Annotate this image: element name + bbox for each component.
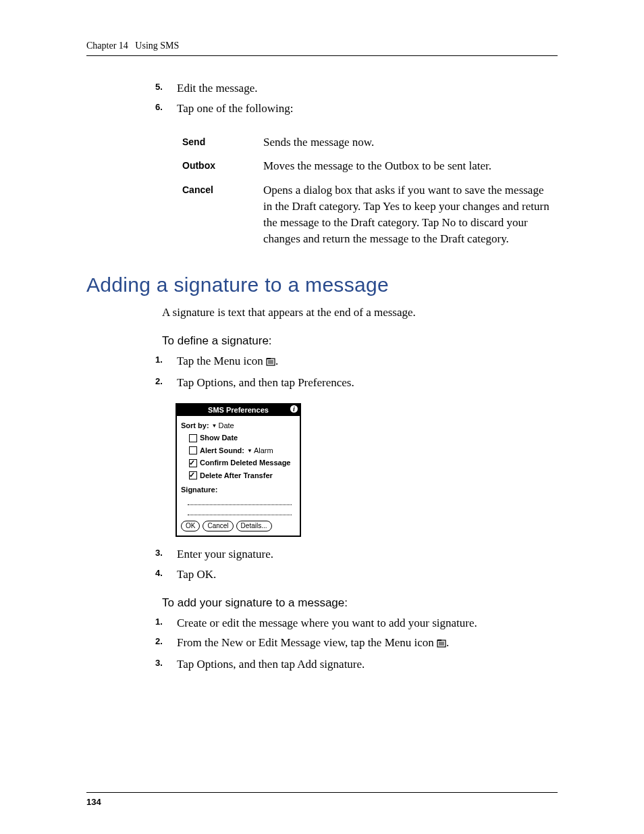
continued-steps: 5. Edit the message. 6. Tap one of the f… — [162, 80, 558, 117]
option-desc: Opens a dialog box that asks if you want… — [257, 178, 558, 251]
running-header: Chapter 14 Using SMS — [86, 41, 558, 56]
step-number: 4. — [155, 567, 163, 579]
step-text: Tap OK. — [177, 568, 216, 581]
confirm-deleted-checkbox[interactable] — [189, 459, 197, 467]
step-text-suffix: . — [446, 636, 449, 649]
signature-line-1[interactable] — [188, 496, 292, 505]
page-number: 134 — [86, 792, 558, 807]
define-step-3: 3. Enter your signature. — [162, 546, 558, 563]
define-step-2: 2. Tap Options, and then tap Preferences… — [162, 375, 558, 391]
dialog-body: Sort by: Date Show Date Alert Sound: Ala… — [177, 416, 300, 536]
step-text-prefix: From the New or Edit Message view, tap t… — [177, 636, 437, 649]
table-row: Cancel Opens a dialog box that asks if y… — [176, 178, 558, 251]
add-signature-heading: To add your signature to a message: — [162, 595, 558, 611]
step-text: Tap Options, and then tap Preferences. — [177, 376, 354, 389]
define-signature-heading: To define a signature: — [162, 333, 558, 349]
step-number: 2. — [155, 375, 163, 388]
dialog-title: SMS Preferences — [208, 406, 269, 414]
dialog-titlebar: SMS Preferences i — [177, 405, 300, 416]
details-button[interactable]: Details... — [236, 521, 272, 531]
add-step-3: 3. Tap Options, and then tap Add signatu… — [162, 656, 558, 673]
alert-sound-label: Alert Sound: — [200, 446, 244, 456]
delete-after-transfer-label: Delete After Transfer — [200, 471, 273, 481]
add-step-1: 1. Create or edit the message where you … — [162, 615, 558, 631]
sms-preferences-dialog: SMS Preferences i Sort by: Date Show Dat… — [176, 403, 301, 538]
sort-by-row: Sort by: Date — [181, 421, 296, 431]
sort-by-label: Sort by: — [181, 421, 209, 431]
section-heading: Adding a signature to a message — [86, 271, 558, 299]
step-text: Tap one of the following: — [177, 102, 294, 115]
step-number: 1. — [155, 354, 163, 366]
define-signature-steps-cont: 3. Enter your signature. 4. Tap OK. — [162, 546, 558, 583]
info-icon[interactable]: i — [290, 405, 298, 413]
step-number: 3. — [155, 547, 163, 559]
svg-rect-9 — [437, 640, 441, 641]
option-term: Cancel — [176, 178, 257, 251]
define-signature-steps: 1. Tap the Menu icon . 2. Tap Options, a… — [162, 353, 558, 391]
content: 5. Edit the message. 6. Tap one of the f… — [162, 80, 558, 673]
chapter-title: Using SMS — [135, 41, 179, 51]
chapter-label: Chapter 14 — [86, 41, 128, 51]
step-text-suffix: . — [275, 355, 278, 367]
show-date-label: Show Date — [200, 433, 238, 443]
menu-icon — [437, 636, 446, 652]
cancel-button[interactable]: Cancel — [203, 521, 233, 531]
define-step-1: 1. Tap the Menu icon . — [162, 353, 558, 371]
option-desc: Moves the message to the Outbox to be se… — [257, 154, 558, 178]
step-number: 5. — [155, 81, 163, 93]
delete-after-transfer-checkbox[interactable] — [189, 471, 197, 479]
step-number: 1. — [155, 616, 163, 628]
add-step-2: 2. From the New or Edit Message view, ta… — [162, 635, 558, 652]
svg-rect-4 — [267, 358, 271, 359]
signature-line-2[interactable] — [188, 506, 292, 515]
confirm-deleted-row: Confirm Deleted Message — [189, 458, 296, 468]
ok-button[interactable]: OK — [181, 521, 200, 531]
step-text: Enter your signature. — [177, 548, 273, 561]
show-date-row: Show Date — [189, 433, 296, 443]
option-term: Outbox — [176, 154, 257, 178]
options-table: Send Sends the message now. Outbox Moves… — [176, 130, 558, 251]
alert-sound-row: Alert Sound: Alarm — [189, 446, 296, 456]
step-text-prefix: Tap the Menu icon — [177, 355, 266, 367]
table-row: Outbox Moves the message to the Outbox t… — [176, 154, 558, 178]
page: Chapter 14 Using SMS 5. Edit the message… — [0, 0, 644, 834]
section-intro: A signature is text that appears at the … — [162, 305, 558, 321]
alert-sound-dropdown[interactable]: Alarm — [247, 446, 273, 456]
step-number: 6. — [155, 101, 163, 113]
alert-sound-checkbox[interactable] — [189, 446, 197, 454]
show-date-checkbox[interactable] — [189, 434, 197, 442]
step-number: 2. — [155, 635, 163, 648]
define-step-4: 4. Tap OK. — [162, 567, 558, 583]
menu-icon — [266, 355, 275, 371]
option-desc: Sends the message now. — [257, 130, 558, 155]
option-term: Send — [176, 130, 257, 155]
step-number: 3. — [155, 657, 163, 669]
step-6: 6. Tap one of the following: — [162, 101, 558, 117]
signature-label: Signature: — [181, 485, 296, 495]
step-5: 5. Edit the message. — [162, 80, 558, 97]
confirm-deleted-label: Confirm Deleted Message — [200, 458, 290, 468]
add-signature-steps: 1. Create or edit the message where you … — [162, 615, 558, 673]
step-text: Create or edit the message where you wan… — [177, 617, 477, 629]
delete-after-transfer-row: Delete After Transfer — [189, 471, 296, 481]
step-text: Edit the message. — [177, 82, 257, 95]
dialog-buttons: OK Cancel Details... — [181, 521, 296, 531]
table-row: Send Sends the message now. — [176, 130, 558, 155]
step-text: Tap Options, and then tap Add signature. — [177, 658, 365, 671]
sort-by-dropdown[interactable]: Date — [212, 421, 234, 431]
